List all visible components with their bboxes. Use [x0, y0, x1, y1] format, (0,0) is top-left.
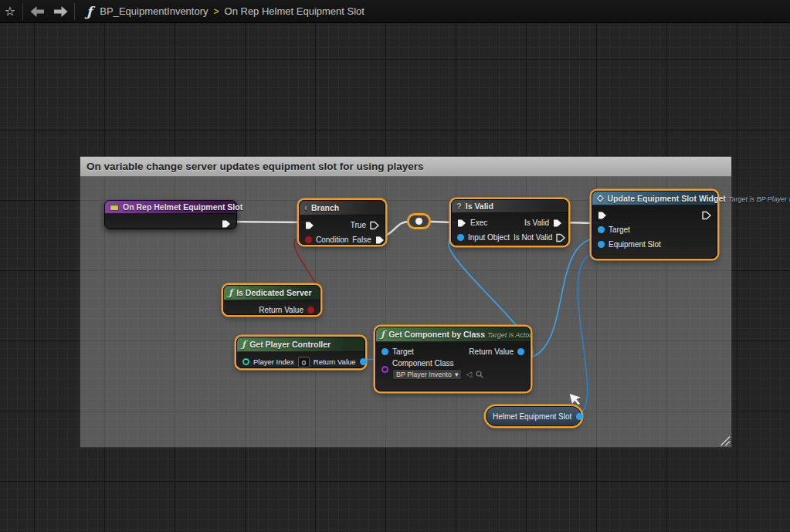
node-title: Get Component by Class — [388, 330, 485, 339]
node-header: ◇ Update Equipment Slot Widget Target is… — [592, 191, 717, 205]
condition-pin[interactable] — [305, 236, 312, 243]
node-header: ƒ Get Component by Class Target is Actor — [376, 327, 530, 342]
node-title: Get Player Controller — [249, 340, 331, 349]
is-not-valid-exec-out-pin[interactable] — [556, 233, 565, 242]
node-title: Update Equipment Slot Widget — [607, 194, 725, 203]
equipment-slot-pin[interactable] — [598, 241, 605, 248]
variable-label: Helmet Equipment Slot — [493, 412, 571, 421]
reroute-pin[interactable] — [415, 218, 422, 225]
return-value-pin[interactable] — [307, 307, 314, 313]
pin-label-equipment-slot: Equipment Slot — [609, 240, 661, 249]
node-title: Is Valid — [466, 202, 493, 211]
pin-label-component-class: Component Class — [392, 359, 483, 368]
pin-label-is-not-valid: Is Not Valid — [514, 233, 552, 242]
node-get-player-controller[interactable]: ƒ Get Player Controller Player Index 0 R… — [236, 337, 365, 368]
pin-label-condition: Condition — [316, 236, 348, 244]
input-object-pin[interactable] — [457, 234, 464, 241]
node-subtitle: Target is Actor — [487, 331, 531, 339]
pin-label-input-object: Input Object — [468, 233, 510, 242]
function-icon: ƒ — [381, 329, 385, 340]
node-subtitle: Target is BP Player Inventory — [728, 195, 790, 203]
node-get-component-by-class[interactable]: ƒ Get Component by Class Target is Actor… — [375, 327, 531, 391]
comment-resize-handle[interactable] — [717, 433, 730, 446]
chevron-down-icon: ▾ — [455, 371, 459, 378]
true-exec-out-pin[interactable] — [370, 221, 379, 230]
component-class-pin[interactable] — [381, 366, 388, 373]
breadcrumb-separator-icon: > — [214, 6, 219, 17]
comment-header[interactable]: On variable change server updates equipm… — [80, 157, 731, 177]
node-header: On Rep Helmet Equipment Slot — [105, 201, 236, 214]
node-on-rep-helmet-equipment-slot[interactable]: On Rep Helmet Equipment Slot — [104, 200, 237, 229]
diamond-icon: ◇ — [597, 193, 603, 203]
question-icon: ? — [456, 202, 462, 211]
breadcrumb-blueprint-name[interactable]: BP_EquipmentInventory — [100, 5, 208, 17]
return-value-pin[interactable] — [517, 348, 524, 355]
pin-label-player-index: Player Index — [253, 357, 294, 366]
exec-out-pin[interactable] — [222, 219, 231, 229]
exec-in-pin[interactable] — [305, 221, 314, 230]
node-branch[interactable]: ‹ Branch True Condition False — [299, 200, 385, 245]
node-header: ? Is Valid — [452, 200, 568, 213]
function-icon: ƒ — [86, 4, 92, 19]
node-is-dedicated-server[interactable]: ƒ Is Dedicated Server Return Value — [223, 285, 320, 315]
mouse-cursor — [568, 390, 585, 410]
node-title: Branch — [311, 203, 339, 212]
pin-label-is-valid: Is Valid — [524, 219, 549, 227]
reset-to-default-icon[interactable]: ◁ — [466, 371, 472, 378]
exec-in-pin[interactable] — [598, 211, 607, 220]
return-value-pin[interactable] — [360, 358, 367, 365]
node-update-equipment-slot-widget[interactable]: ◇ Update Equipment Slot Widget Target is… — [592, 191, 717, 259]
pin-label-true: True — [351, 221, 366, 229]
node-header: ‹ Branch — [300, 201, 385, 215]
comment-title: On variable change server updates equipm… — [86, 161, 424, 172]
breadcrumb-function-name[interactable]: On Rep Helmet Equipment Slot — [225, 5, 364, 17]
player-index-input[interactable]: 0 — [298, 357, 310, 368]
event-icon — [110, 204, 119, 211]
favorite-star-icon[interactable]: ☆ — [0, 4, 20, 19]
function-icon: ƒ — [242, 339, 246, 350]
component-class-dropdown[interactable]: BP Player Invento ▾ — [392, 369, 462, 380]
node-header: ƒ Get Player Controller — [237, 337, 364, 352]
graph-canvas[interactable]: On variable change server updates equipm… — [0, 23, 790, 532]
function-icon: ƒ — [229, 287, 232, 298]
node-title: Is Dedicated Server — [236, 288, 311, 297]
exec-in-pin[interactable] — [457, 219, 466, 228]
player-index-pin[interactable] — [242, 358, 249, 365]
reroute-node[interactable] — [407, 213, 431, 229]
node-title: On Rep Helmet Equipment Slot — [123, 202, 242, 212]
target-pin[interactable] — [598, 226, 605, 233]
breadcrumb-toolbar: ☆ ƒ BP_EquipmentInventory > On Rep Helme… — [0, 0, 790, 23]
exec-out-pin[interactable] — [702, 211, 711, 220]
search-icon[interactable] — [476, 371, 483, 378]
false-exec-out-pin[interactable] — [375, 236, 385, 245]
is-valid-exec-out-pin[interactable] — [553, 219, 562, 228]
pin-label-return-value: Return Value — [469, 347, 514, 356]
pin-label-target: Target — [609, 225, 630, 234]
pin-label-target: Target — [392, 347, 414, 356]
node-is-valid[interactable]: ? Is Valid Exec Is Valid Input Object Is… — [451, 199, 568, 246]
pin-label-exec: Exec — [470, 219, 487, 227]
node-helmet-equipment-slot-get[interactable]: Helmet Equipment Slot — [486, 406, 581, 426]
pin-label-return-value: Return Value — [314, 357, 356, 366]
toolbar-divider — [74, 3, 75, 20]
node-header: ƒ Is Dedicated Server — [224, 286, 320, 300]
pin-label-false: False — [352, 236, 371, 244]
toolbar-divider — [22, 3, 23, 20]
branch-icon: ‹ — [304, 202, 307, 213]
back-arrow-icon[interactable] — [25, 6, 49, 17]
pin-label-return-value: Return Value — [259, 306, 303, 314]
forward-arrow-icon[interactable] — [49, 6, 72, 17]
variable-out-pin[interactable] — [576, 413, 583, 420]
target-pin[interactable] — [381, 348, 388, 355]
